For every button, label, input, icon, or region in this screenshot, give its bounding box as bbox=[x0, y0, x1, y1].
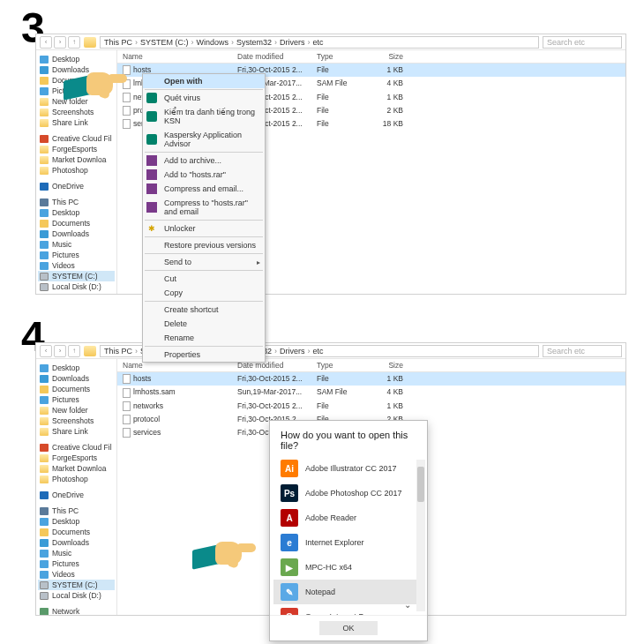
col-type[interactable]: Type bbox=[311, 50, 364, 63]
ctx-item[interactable]: Kaspersky Application Advisor bbox=[143, 128, 265, 151]
sidebar-item-thispc[interactable]: This PC bbox=[38, 505, 115, 516]
sidebar-item-onedrive[interactable]: OneDrive bbox=[38, 490, 115, 500]
crumb[interactable]: Drivers bbox=[280, 347, 305, 356]
crumb[interactable]: etc bbox=[313, 347, 324, 356]
crumb[interactable]: This PC bbox=[104, 38, 132, 47]
app-item[interactable]: ▶MPC-HC x64 bbox=[273, 555, 423, 580]
sidebar-item[interactable]: Desktop bbox=[38, 207, 115, 218]
crumb[interactable]: etc bbox=[313, 38, 324, 47]
fwd-button[interactable]: › bbox=[54, 36, 66, 49]
sidebar-item-systemc[interactable]: SYSTEM (C:) bbox=[38, 580, 115, 590]
crumb[interactable]: This PC bbox=[104, 347, 132, 356]
app-item[interactable]: AAdobe Reader bbox=[273, 505, 423, 530]
ctx-item[interactable]: Add to archive... bbox=[143, 154, 265, 168]
ctx-item[interactable]: Kiểm tra danh tiếng trong KSN bbox=[143, 105, 265, 128]
col-date[interactable]: Date modified bbox=[232, 50, 311, 63]
ok-button[interactable]: OK bbox=[319, 621, 377, 635]
crumb[interactable]: Windows bbox=[197, 38, 229, 47]
sidebar-item[interactable]: Videos bbox=[38, 569, 115, 580]
app-item[interactable]: OOpera Internet Browser bbox=[273, 604, 423, 615]
up-button[interactable]: ↑ bbox=[68, 36, 80, 49]
sidebar-item[interactable]: ForgeEsports bbox=[38, 144, 115, 154]
sidebar-item[interactable]: Downloads bbox=[38, 373, 115, 384]
nav-arrows: ‹ › ↑ bbox=[40, 36, 80, 49]
sidebar-item[interactable]: Screenshots bbox=[38, 416, 115, 426]
sidebar-item[interactable]: Music bbox=[38, 548, 115, 558]
sidebar-item[interactable]: Share Link bbox=[38, 117, 115, 128]
sidebar-item[interactable]: Downloads bbox=[38, 537, 115, 548]
col-type[interactable]: Type bbox=[311, 359, 364, 371]
app-item[interactable]: eInternet Explorer bbox=[273, 530, 423, 555]
crumb[interactable]: Drivers bbox=[280, 38, 305, 47]
app-item[interactable]: PsAdobe Photoshop CC 2017 bbox=[273, 481, 423, 505]
sidebar-item-thispc[interactable]: This PC bbox=[38, 197, 115, 207]
search-input[interactable]: Search etc bbox=[543, 36, 622, 49]
ctx-item[interactable]: Create shortcut bbox=[143, 303, 265, 317]
ctx-item[interactable]: Copy bbox=[143, 286, 265, 300]
crumb[interactable]: SYSTEM (C:) bbox=[140, 38, 189, 47]
breadcrumb[interactable]: This PC› SYSTEM (C:)› Windows› System32›… bbox=[100, 36, 539, 49]
file-icon bbox=[123, 401, 131, 411]
sidebar-item-cc[interactable]: Creative Cloud Fil bbox=[38, 133, 115, 144]
sidebar-item[interactable]: Downloads bbox=[38, 228, 115, 239]
ctx-item[interactable]: Cut bbox=[143, 272, 265, 286]
file-row[interactable]: lmhosts.sam Sun,19-Mar-2017...SAM File4 … bbox=[117, 386, 625, 399]
sidebar-item[interactable]: Pictures bbox=[38, 394, 115, 405]
scrollbar[interactable] bbox=[416, 460, 425, 611]
sidebar-item[interactable]: Desktop bbox=[38, 54, 115, 64]
up-button[interactable]: ↑ bbox=[68, 345, 80, 357]
sidebar-item[interactable]: Desktop bbox=[38, 363, 115, 373]
ctx-item[interactable]: Restore previous versions bbox=[143, 238, 265, 252]
ctx-item-sendto[interactable]: Send to▸ bbox=[143, 255, 265, 269]
col-name[interactable]: Name bbox=[117, 50, 232, 63]
app-item[interactable]: AiAdobe Illustrator CC 2017 bbox=[273, 456, 423, 481]
sidebar-item-onedrive[interactable]: OneDrive bbox=[38, 181, 115, 191]
sidebar-item[interactable]: Local Disk (D:) bbox=[38, 281, 115, 292]
file-icon bbox=[123, 428, 131, 438]
back-button[interactable]: ‹ bbox=[40, 345, 52, 357]
sidebar-item[interactable]: Photoshop bbox=[38, 165, 115, 176]
scroll-thumb[interactable] bbox=[417, 467, 424, 502]
sidebar-item[interactable]: Documents bbox=[38, 527, 115, 537]
ctx-item[interactable]: ✱Unlocker bbox=[143, 221, 265, 236]
app-icon: ▶ bbox=[281, 558, 298, 576]
sidebar-item[interactable]: Music bbox=[38, 239, 115, 250]
sidebar-item[interactable]: Market Downloa bbox=[38, 463, 115, 474]
app-item-notepad[interactable]: ✎Notepad bbox=[273, 580, 423, 604]
chevron-down-icon[interactable]: ⌄ bbox=[404, 600, 411, 610]
sidebar-item[interactable]: Pictures bbox=[38, 250, 115, 260]
fwd-button[interactable]: › bbox=[54, 345, 66, 357]
sidebar-item[interactable]: Desktop bbox=[38, 516, 115, 527]
ctx-item[interactable]: Rename bbox=[143, 331, 265, 345]
sidebar-item[interactable]: Screenshots bbox=[38, 107, 115, 117]
ctx-item[interactable]: Quét virus bbox=[143, 91, 265, 105]
sidebar-item-network[interactable]: Network bbox=[38, 606, 115, 615]
sidebar-item[interactable]: ForgeEsports bbox=[38, 453, 115, 463]
ctx-item[interactable]: Properties bbox=[143, 348, 265, 362]
sidebar-item[interactable]: Videos bbox=[38, 260, 115, 271]
back-button[interactable]: ‹ bbox=[40, 36, 52, 49]
ctx-item[interactable]: Delete bbox=[143, 317, 265, 331]
sidebar-item[interactable]: Documents bbox=[38, 218, 115, 228]
search-input[interactable]: Search etc bbox=[543, 345, 622, 357]
col-size[interactable]: Size bbox=[364, 50, 408, 63]
file-list-header[interactable]: Name Date modified Type Size bbox=[117, 50, 625, 64]
sidebar-item[interactable]: Pictures bbox=[38, 558, 115, 569]
ctx-item[interactable]: Add to "hosts.rar" bbox=[143, 168, 265, 182]
sidebar-item[interactable]: Market Downloa bbox=[38, 154, 115, 165]
ctx-item[interactable]: Compress to "hosts.rar" and email bbox=[143, 196, 265, 219]
sidebar-item-cc[interactable]: Creative Cloud Fil bbox=[38, 442, 115, 453]
ctx-open-with[interactable]: Open with bbox=[143, 74, 265, 88]
file-row[interactable]: networks Fri,30-Oct-2015 2...File1 KB bbox=[117, 400, 625, 413]
sidebar-item[interactable]: Photoshop bbox=[38, 474, 115, 484]
sidebar-item-systemc[interactable]: SYSTEM (C:) bbox=[38, 271, 115, 281]
file-list: Name Date modified Type Size hosts Fri,3… bbox=[117, 50, 625, 294]
sidebar-item[interactable]: Share Link bbox=[38, 426, 115, 437]
sidebar-item[interactable]: Local Disk (D:) bbox=[38, 590, 115, 601]
sidebar-item[interactable]: Documents bbox=[38, 384, 115, 394]
col-size[interactable]: Size bbox=[364, 359, 408, 371]
crumb[interactable]: System32 bbox=[236, 38, 272, 47]
sidebar-item[interactable]: New folder bbox=[38, 405, 115, 416]
ctx-item[interactable]: Compress and email... bbox=[143, 182, 265, 196]
file-row-hosts[interactable]: hosts Fri,30-Oct-2015 2...File1 KB bbox=[117, 372, 625, 386]
